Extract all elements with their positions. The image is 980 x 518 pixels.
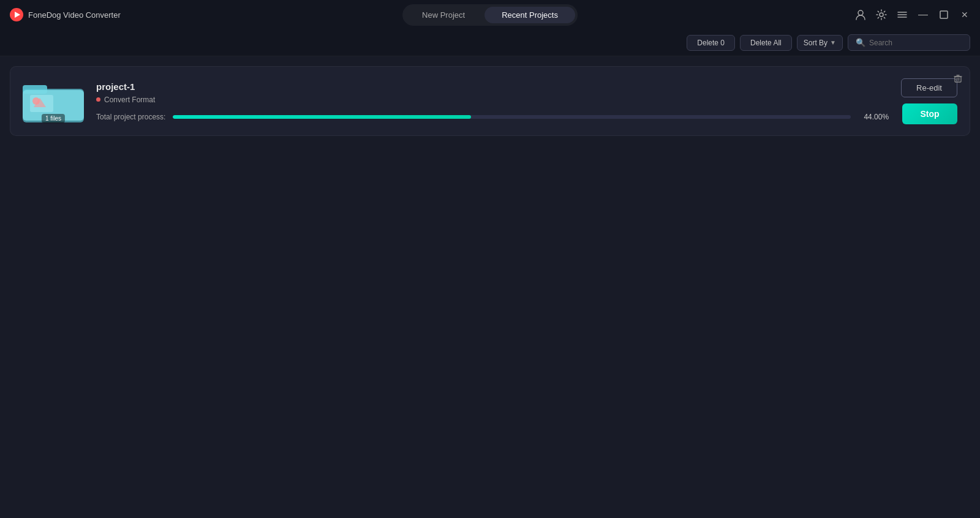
app-logo-icon [10, 8, 23, 21]
project-actions: Re-edit Stop [901, 78, 957, 124]
tab-new-project[interactable]: New Project [405, 7, 482, 23]
reedit-button[interactable]: Re-edit [901, 78, 957, 97]
app-title: FoneDog Video Converter [28, 10, 121, 20]
progress-label: Total project process: [96, 113, 165, 121]
project-name: project-1 [96, 81, 889, 92]
svg-rect-7 [940, 11, 948, 18]
svg-rect-14 [955, 77, 961, 82]
folder-thumbnail: 1 files [23, 77, 84, 126]
search-icon: 🔍 [856, 38, 865, 47]
sort-by-label: Sort By [804, 39, 827, 47]
svg-point-2 [858, 10, 863, 15]
settings-icon[interactable] [876, 9, 887, 20]
menu-icon[interactable] [897, 9, 908, 20]
project-type: Convert Format [96, 96, 889, 104]
user-icon[interactable] [855, 9, 866, 20]
sort-by-dropdown[interactable]: Sort By ▼ [797, 35, 843, 51]
restore-button[interactable] [938, 9, 949, 20]
svg-point-3 [880, 13, 883, 17]
tab-recent-projects[interactable]: Recent Projects [484, 7, 575, 23]
search-box[interactable]: 🔍 [848, 34, 970, 51]
project-info: project-1 Convert Format Total project p… [96, 81, 889, 121]
delete-all-button[interactable]: Delete All [740, 35, 792, 51]
minimize-button[interactable]: — [918, 9, 929, 20]
type-dot [96, 97, 100, 102]
project-card: 1 files project-1 Convert Format Total p… [10, 66, 970, 136]
chevron-down-icon: ▼ [830, 39, 836, 46]
tab-group: New Project Recent Projects [402, 4, 578, 26]
delete-button[interactable]: Delete 0 [687, 35, 735, 51]
project-type-label: Convert Format [104, 96, 155, 104]
progress-percent: 44.00% [858, 113, 889, 121]
progress-row: Total project process: 44.00% [96, 113, 889, 121]
content-area: 1 files project-1 Convert Format Total p… [0, 56, 980, 518]
search-input[interactable] [869, 39, 961, 47]
progress-bar-track [173, 115, 851, 119]
progress-bar-fill [173, 115, 471, 119]
delete-card-button[interactable] [954, 74, 962, 84]
title-bar: FoneDog Video Converter New Project Rece… [0, 0, 980, 29]
toolbar: Delete 0 Delete All Sort By ▼ 🔍 [0, 29, 980, 56]
app-logo: FoneDog Video Converter [10, 8, 121, 21]
close-button[interactable]: ✕ [959, 9, 970, 20]
window-controls: — ✕ [855, 9, 970, 20]
stop-button[interactable]: Stop [902, 103, 957, 124]
file-count-badge: 1 files [42, 114, 65, 123]
